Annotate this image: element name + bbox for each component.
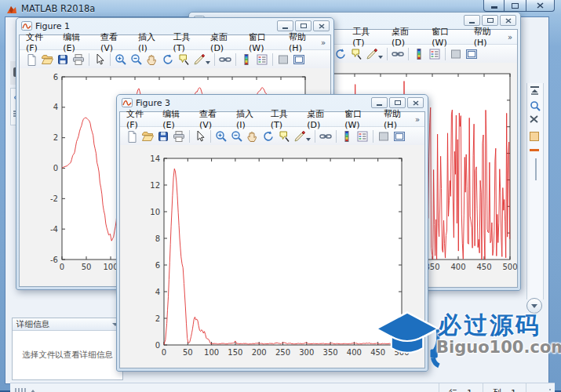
menu-item-6[interactable]: 窗口(W) [242,31,282,53]
menu-item-3[interactable]: 插入(I) [230,108,264,130]
data-cursor-icon[interactable] [276,129,292,143]
menu-item-7[interactable]: 帮助(H) [282,31,321,53]
maximize-button[interactable] [482,15,498,26]
link-plot-icon[interactable] [217,53,233,67]
scrollbar-thumb[interactable] [535,158,537,180]
dock-figure-icon[interactable] [291,53,307,67]
menu-item-0[interactable]: 文件(F) [20,31,56,53]
pan-icon[interactable] [144,53,160,67]
close-button[interactable] [313,20,330,31]
menu-item-5[interactable]: 桌面(D) [385,26,425,48]
menu-item-4[interactable]: 工具(T) [167,31,205,53]
menu-item-4[interactable]: 工具(T) [264,108,301,130]
brush-data-icon[interactable] [191,53,207,67]
hide-plot-tools-icon[interactable] [376,129,392,143]
print-figure-icon[interactable] [171,129,187,143]
new-figure-icon[interactable] [124,129,140,143]
rotate-3d-icon[interactable] [333,47,348,61]
menu-item-2[interactable]: 查看(V) [94,31,132,53]
menu-item-0[interactable]: 文件(F) [120,108,156,130]
brush-data-icon[interactable] [292,129,308,143]
zoom-out-icon[interactable] [229,129,245,143]
window-resize-grip[interactable] [542,388,552,392]
new-figure-icon[interactable] [24,53,39,67]
print-figure-icon[interactable] [71,53,86,67]
menu-item-3[interactable]: 插入(I) [132,31,167,53]
menu-item-7[interactable]: 帮助(H) [377,108,415,130]
edit-plot-icon[interactable] [92,53,107,67]
open-file-icon[interactable] [39,53,55,67]
maximize-button[interactable] [295,20,311,31]
svg-text:0: 0 [53,164,58,172]
rotate-3d-icon[interactable] [160,53,176,67]
hide-plot-tools-icon[interactable] [275,53,291,67]
menu-item-2[interactable]: 查看(V) [193,108,230,130]
svg-text:0: 0 [60,263,64,271]
dock-figure-icon[interactable] [464,47,479,61]
svg-text:0: 0 [155,341,160,350]
status-bar: 行1 列1 [10,383,555,392]
pan-icon[interactable] [245,129,260,143]
figure1-title: Figure 1 [35,21,70,31]
menu-item-1[interactable]: 编辑(E) [56,31,94,53]
zoom-in-icon[interactable] [213,129,229,143]
minimize-button[interactable] [483,0,505,12]
zoom-in-icon[interactable] [113,53,129,67]
brush-data-icon[interactable] [364,47,380,61]
close-panel-icon[interactable] [530,115,538,123]
rotate-3d-icon[interactable] [260,129,276,143]
link-plot-icon[interactable] [390,47,406,61]
details-panel-header[interactable]: 详细信息 [13,318,122,331]
minimize-button[interactable] [464,15,480,26]
svg-text:200: 200 [252,348,267,357]
data-cursor-icon[interactable] [176,53,191,67]
menu-item-6[interactable]: 窗口(W) [425,26,467,48]
svg-text:2: 2 [53,133,58,142]
hide-plot-tools-icon[interactable] [448,47,464,61]
search-icon[interactable] [530,100,541,111]
maximize-button[interactable] [389,97,406,108]
save-figure-icon[interactable] [55,53,71,67]
insert-legend-icon[interactable] [254,53,270,67]
insert-legend-icon[interactable] [427,47,443,61]
insert-colorbar-icon[interactable] [239,53,254,67]
statusbar-grip[interactable] [15,388,36,392]
brush-dropdown-caret[interactable] [206,61,210,64]
menu-overflow-chevron[interactable]: » [508,33,517,42]
minimize-button[interactable] [277,20,293,31]
zoom-out-icon[interactable] [129,53,144,67]
figure2-window-controls [464,15,516,26]
menu-item-6[interactable]: 窗口(W) [338,108,377,130]
minimize-button[interactable] [371,97,388,108]
close-button[interactable] [407,97,424,108]
svg-text:4: 4 [53,103,58,111]
save-figure-icon[interactable] [155,129,171,143]
figure1-menubar: 文件(F)编辑(E)查看(V)插入(I)工具(T)桌面(D)窗口(W)帮助(H)… [20,35,330,50]
menu-overflow-chevron[interactable]: » [321,38,330,47]
data-cursor-icon[interactable] [348,47,364,61]
svg-text:4: 4 [155,288,160,296]
menu-item-1[interactable]: 编辑(E) [156,108,193,130]
dock-figure-icon[interactable] [392,129,407,143]
status-column-indicator: 列1 [483,383,526,392]
menu-item-4[interactable]: 工具(T) [346,26,385,48]
menu-item-5[interactable]: 桌面(D) [204,31,242,53]
insert-colorbar-icon[interactable] [411,47,427,61]
insert-colorbar-icon[interactable] [339,129,355,143]
insert-legend-icon[interactable] [355,129,370,143]
close-button[interactable] [500,15,516,26]
toolbar-separator [408,48,409,60]
link-plot-icon[interactable] [318,129,333,143]
figure3-title: Figure 3 [136,98,170,108]
brush-dropdown-caret[interactable] [306,138,311,141]
menu-item-7[interactable]: 帮助(H) [468,26,508,48]
maximize-button[interactable] [505,0,526,12]
open-file-icon[interactable] [140,129,155,143]
menu-item-5[interactable]: 桌面(D) [301,108,338,130]
menu-overflow-chevron[interactable]: » [415,115,424,124]
close-button[interactable] [526,0,555,12]
panel-collapse-icon[interactable] [530,86,540,96]
edit-plot-icon[interactable] [192,129,208,143]
document-panel-icon[interactable] [530,132,539,141]
brush-dropdown-caret[interactable] [378,56,383,59]
